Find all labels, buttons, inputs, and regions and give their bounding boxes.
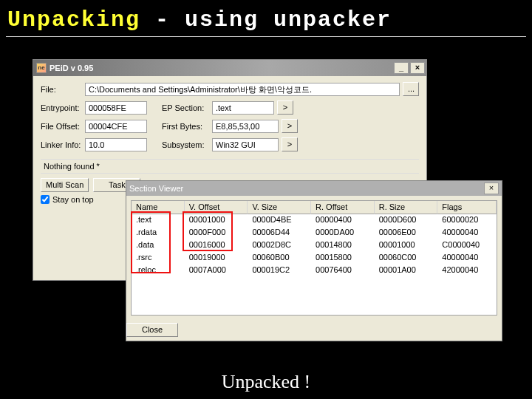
peid-logo-icon: ne [36,63,47,73]
cell-flags: 42000040 [437,265,497,277]
cell-vsize: 000019C2 [248,265,311,277]
cell-name: .text [132,214,185,227]
section-viewer-window: Section Viewer × Name V. Offset V. Size … [126,180,502,341]
title-highlight: Unpacking [7,7,140,33]
file-offset-label: File Offset: [41,122,85,131]
section-viewer-titlebar[interactable]: Section Viewer × [126,181,502,196]
cell-flags: C0000040 [437,239,497,252]
cell-vsize: 0000D4BE [248,214,311,227]
minimize-button[interactable]: _ [394,62,409,74]
cell-name: .rsrc [132,252,185,265]
section-viewer-title-text: Section Viewer [129,184,183,193]
cell-voff: 00001000 [185,214,248,227]
section-listview[interactable]: Name V. Offset V. Size R. Offset R. Size… [131,200,497,316]
subsystem-field[interactable]: Win32 GUI [212,138,279,151]
cell-roff: 0000DA00 [311,227,375,239]
close-button[interactable]: × [410,62,425,74]
cell-name: .reloc [132,265,185,277]
entrypoint-label: Entrypoint: [41,103,85,112]
linker-info-label: Linker Info: [41,140,85,149]
cell-voff: 00016000 [185,239,248,252]
file-label: File: [41,85,85,94]
listview-header: Name V. Offset V. Size R. Offset R. Size… [132,201,497,214]
col-name[interactable]: Name [132,201,185,214]
browse-button[interactable]: ... [403,82,419,96]
cell-voff: 0000F000 [185,227,248,239]
entrypoint-field[interactable]: 000058FE [85,101,147,115]
title-rest: - using unpacker [140,7,392,33]
cell-rsize: 0000D600 [375,214,438,227]
ep-section-more-button[interactable]: > [277,100,293,115]
col-flags[interactable]: Flags [437,201,497,214]
col-voffset[interactable]: V. Offset [185,201,248,214]
table-row[interactable]: .data0001600000002D8C0001480000001000C00… [132,239,497,252]
slide-title: Unpacking - using unpacker [0,0,532,36]
file-field[interactable]: C:\Documents and Settings\Administrator\… [85,83,400,96]
cell-roff: 00014800 [311,239,375,252]
section-viewer-close-button[interactable]: Close [126,323,178,337]
col-rsize[interactable]: R. Size [375,201,438,214]
cell-flags: 40000040 [437,227,497,239]
table-row[interactable]: .rsrc0001900000060B000001580000060C00400… [132,252,497,265]
stay-on-top-input[interactable] [41,195,50,204]
ep-section-field[interactable]: .text [212,101,274,115]
first-bytes-more-button[interactable]: > [282,119,298,133]
cell-voff: 00019000 [185,252,248,265]
cell-roff: 00015800 [311,252,375,265]
cell-voff: 0007A000 [185,265,248,277]
cell-roff: 00000400 [311,214,375,227]
first-bytes-label: First Bytes: [162,122,212,131]
linker-info-field[interactable]: 10.0 [85,138,147,151]
unpacked-caption: Unpacked ! [0,371,532,393]
cell-rsize: 00060C00 [375,252,438,265]
scan-status: Nothing found * [41,159,419,174]
table-row[interactable]: .rdata0000F00000006D440000DA0000006E0040… [132,227,497,239]
col-vsize[interactable]: V. Size [248,201,311,214]
peid-titlebar[interactable]: ne PEiD v 0.95 _ × [33,60,426,76]
title-underline [6,36,526,37]
cell-rsize: 00001000 [375,239,438,252]
subsystem-more-button[interactable]: > [282,137,298,151]
ep-section-label: EP Section: [162,103,212,112]
cell-flags: 40000040 [437,252,497,265]
table-row[interactable]: .text000010000000D4BE000004000000D600600… [132,214,497,227]
table-row[interactable]: .reloc0007A000000019C20007640000001A0042… [132,265,497,277]
cell-vsize: 00002D8C [248,239,311,252]
cell-rsize: 00006E00 [375,227,438,239]
col-roffset[interactable]: R. Offset [311,201,375,214]
cell-rsize: 00001A00 [375,265,438,277]
stay-on-top-label: Stay on top [52,195,94,204]
peid-title-text: PEiD v 0.95 [50,64,93,72]
cell-flags: 60000020 [437,214,497,227]
cell-vsize: 00006D44 [248,227,311,239]
first-bytes-field[interactable]: E8,85,53,00 [212,120,279,133]
subsystem-label: Subsystem: [162,140,212,149]
cell-name: .data [132,239,185,252]
cell-roff: 00076400 [311,265,375,277]
section-viewer-close-icon[interactable]: × [484,183,499,194]
cell-name: .rdata [132,227,185,239]
cell-vsize: 00060B00 [248,252,311,265]
file-offset-field[interactable]: 00004CFE [85,120,147,133]
multi-scan-button[interactable]: Multi Scan [41,178,89,192]
